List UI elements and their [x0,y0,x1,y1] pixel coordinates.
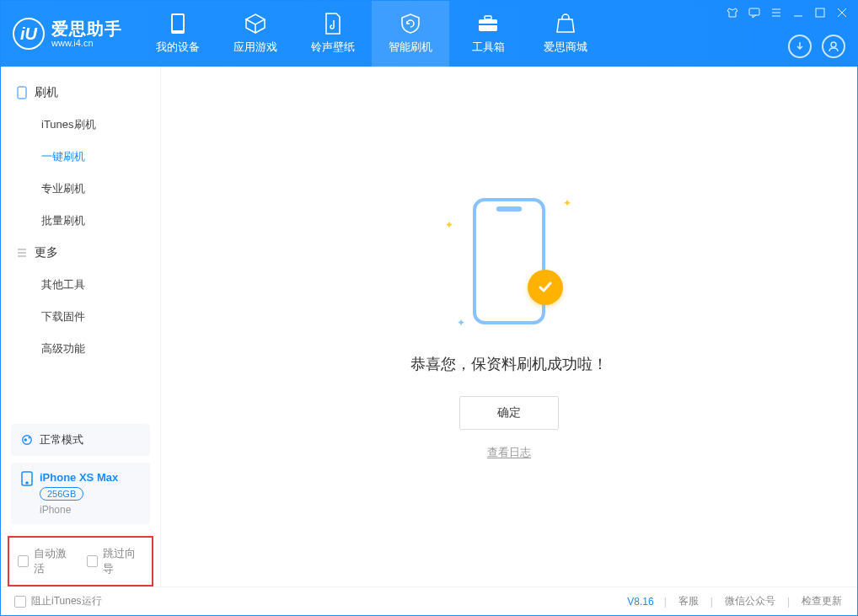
check-badge-icon [528,270,563,305]
menu-icon[interactable] [770,6,783,19]
svg-rect-1 [173,15,183,30]
sparkle-icon: ✦ [445,219,453,231]
user-icon[interactable] [822,35,845,58]
nav-flash[interactable]: 智能刷机 [372,1,449,67]
sidebar-item-advanced[interactable]: 高级功能 [1,333,160,365]
nav-my-device[interactable]: 我的设备 [139,1,217,67]
app-url: www.i4.cn [51,38,122,48]
sparkle-icon: ✦ [457,317,465,329]
phone-outline-icon [16,87,28,99]
sidebar: 刷机 iTunes刷机 一键刷机 专业刷机 批量刷机 更多 其他工具 下载固件 … [1,67,161,587]
logo: iU 爱思助手 www.i4.cn [13,1,139,67]
sidebar-item-batch-flash[interactable]: 批量刷机 [1,205,160,237]
flash-options: 自动激活 跳过向导 [8,536,153,587]
svg-rect-14 [18,87,26,99]
skip-guide-label: 跳过向导 [103,546,143,576]
device-phone-icon [21,473,33,485]
view-log-link[interactable]: 查看日志 [487,445,531,460]
sidebar-item-pro-flash[interactable]: 专业刷机 [1,173,160,205]
toolbox-icon [477,13,499,35]
svg-point-20 [29,437,30,438]
main-nav: 我的设备 应用游戏 铃声壁纸 智能刷机 工具箱 爱思商城 [139,1,604,67]
nav-label: 工具箱 [472,40,505,55]
device-name: iPhone XS Max [40,471,118,484]
svg-point-13 [831,42,836,47]
sidebar-group-title: 刷机 [35,85,58,100]
skip-guide-checkbox[interactable]: 跳过向导 [87,546,144,576]
auto-activate-label: 自动激活 [34,546,74,576]
svg-rect-4 [479,24,497,25]
version-label: V8.16 [627,596,653,608]
device-storage: 256GB [40,487,83,501]
svg-point-22 [26,482,28,484]
skin-icon[interactable] [726,6,739,19]
sidebar-item-download-firmware[interactable]: 下载固件 [1,301,160,333]
sparkle-icon: ✦ [563,197,571,209]
sidebar-group-more: 更多 [1,237,160,269]
checkbox-icon [14,596,26,608]
device-panel[interactable]: iPhone XS Max 256GB iPhone [11,463,150,524]
app-header: iU 爱思助手 www.i4.cn 我的设备 应用游戏 铃声壁纸 智能刷机 工具… [1,1,857,67]
device-type: iPhone [40,504,118,516]
sidebar-item-oneclick-flash[interactable]: 一键刷机 [1,141,160,173]
success-illustration: ✦ ✦ ✦ • [442,194,576,329]
refresh-shield-icon [400,13,421,35]
nav-apps[interactable]: 应用游戏 [217,1,294,67]
mode-indicator[interactable]: 正常模式 [11,424,150,456]
svg-rect-5 [749,8,759,15]
feedback-icon[interactable] [748,6,761,19]
mode-label: 正常模式 [40,432,83,447]
checkbox-icon [18,555,29,567]
success-message: 恭喜您，保资料刷机成功啦！ [410,354,608,374]
support-link[interactable]: 客服 [677,594,700,608]
nav-label: 铃声壁纸 [311,40,355,55]
phone-illustration-icon [473,198,545,324]
list-icon [16,247,28,259]
logo-icon: iU [13,18,45,50]
music-file-icon [322,13,344,35]
nav-label: 爱思商城 [544,40,587,55]
checkbox-icon [87,555,98,567]
wechat-link[interactable]: 微信公众号 [723,594,777,608]
auto-activate-checkbox[interactable]: 自动激活 [18,546,75,576]
nav-label: 我的设备 [156,40,200,55]
app-title: 爱思助手 [51,19,122,38]
nav-store[interactable]: 爱思商城 [527,1,604,67]
update-link[interactable]: 检查更新 [800,594,844,608]
sidebar-item-other-tools[interactable]: 其他工具 [1,269,160,301]
status-bar: 阻止iTunes运行 V8.16 | 客服 | 微信公众号 | 检查更新 [1,587,857,615]
ok-button[interactable]: 确定 [459,396,559,430]
sidebar-group-title: 更多 [35,245,58,260]
mode-icon [21,434,33,446]
sidebar-group-flash: 刷机 [1,77,160,109]
sidebar-item-itunes-flash[interactable]: iTunes刷机 [1,109,160,141]
nav-ringtones[interactable]: 铃声壁纸 [294,1,372,67]
block-itunes-checkbox[interactable]: 阻止iTunes运行 [14,594,102,608]
svg-point-19 [24,438,28,442]
nav-label: 智能刷机 [389,40,432,55]
bag-icon [555,13,576,35]
phone-icon [167,13,189,35]
svg-rect-3 [485,16,491,19]
main-content: ✦ ✦ ✦ • 恭喜您，保资料刷机成功啦！ 确定 查看日志 [161,67,857,587]
nav-toolbox[interactable]: 工具箱 [449,1,527,67]
cube-icon [244,13,266,35]
nav-label: 应用游戏 [233,40,277,55]
block-itunes-label: 阻止iTunes运行 [31,594,102,608]
download-icon[interactable] [788,35,812,58]
